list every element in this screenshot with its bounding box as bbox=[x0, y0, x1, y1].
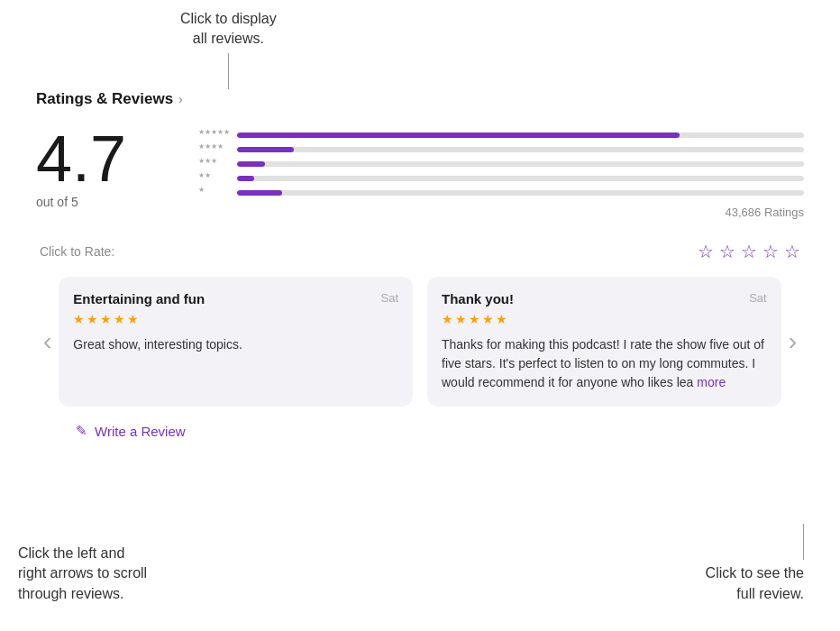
section-header: Ratings & Reviews › bbox=[36, 90, 804, 108]
star-bars-section: ★★★★★ ★★★★ ★★★ ★★ ★ bbox=[198, 126, 804, 219]
bar-row-1 bbox=[237, 187, 804, 198]
callout-bottom-right-line1: Click to see the bbox=[706, 565, 804, 581]
rate-row: Click to Rate: ☆ ☆ ☆ ☆ ☆ bbox=[36, 241, 804, 262]
review-card-1: Thank you! Sat ★ ★ ★ ★ ★ Thanks for maki… bbox=[427, 277, 781, 407]
review-card-0: Entertaining and fun Sat ★ ★ ★ ★ ★ Great… bbox=[59, 277, 413, 407]
rate-star-5[interactable]: ☆ bbox=[784, 241, 800, 262]
review-stars-1: ★ ★ ★ ★ ★ bbox=[442, 312, 767, 326]
rate-stars[interactable]: ☆ ☆ ☆ ☆ ☆ bbox=[698, 241, 800, 262]
star-labels: ★★★★★ ★★★★ ★★★ ★★ ★ bbox=[198, 126, 230, 195]
review-star-1-5: ★ bbox=[496, 312, 507, 326]
scroll-right-button[interactable]: › bbox=[781, 329, 804, 354]
review-body-0: Great show, interesting topics. bbox=[73, 335, 398, 354]
tooltip-top-line1: Click to display bbox=[180, 11, 277, 26]
callout-bottom-right-line2: full review. bbox=[736, 586, 804, 601]
review-header-1: Thank you! Sat bbox=[442, 291, 767, 306]
review-star-1-4: ★ bbox=[482, 312, 494, 326]
rate-star-2[interactable]: ☆ bbox=[719, 241, 735, 262]
review-star-0-4: ★ bbox=[114, 312, 125, 326]
star-label-2: ★★ bbox=[198, 169, 230, 180]
bar-row-4 bbox=[237, 144, 804, 155]
rate-star-3[interactable]: ☆ bbox=[741, 241, 757, 262]
bar-row-3 bbox=[237, 159, 804, 169]
section-title: Ratings & Reviews bbox=[36, 90, 173, 108]
rating-area: 4.7 out of 5 ★★★★★ ★★★★ ★★★ ★★ ★ bbox=[36, 126, 804, 219]
callout-bottom-left-line3: through reviews. bbox=[18, 586, 123, 601]
scroll-left-button[interactable]: ‹ bbox=[36, 329, 59, 354]
star-label-4: ★★★★ bbox=[198, 141, 230, 151]
ratings-count: 43,686 Ratings bbox=[237, 206, 804, 219]
bars-container bbox=[237, 130, 804, 198]
review-star-0-2: ★ bbox=[87, 312, 98, 326]
review-header-0: Entertaining and fun Sat bbox=[73, 291, 398, 306]
review-date-1: Sat bbox=[749, 291, 767, 305]
star-label-1: ★ bbox=[198, 184, 230, 195]
bar-row-2 bbox=[237, 173, 804, 184]
bar-row-5 bbox=[237, 130, 804, 141]
review-title-1: Thank you! bbox=[442, 291, 514, 306]
rate-label: Click to Rate: bbox=[40, 244, 114, 259]
review-more-button[interactable]: more bbox=[697, 375, 726, 389]
total-ratings-label: 43,686 Ratings bbox=[726, 206, 804, 219]
review-star-0-1: ★ bbox=[73, 312, 85, 326]
write-review-icon: ✎ bbox=[76, 423, 87, 439]
star-label-5: ★★★★★ bbox=[198, 126, 230, 137]
tooltip-top-line-decoration bbox=[228, 53, 229, 89]
tooltip-top-line2: all reviews. bbox=[193, 31, 264, 46]
write-review-link[interactable]: Write a Review bbox=[95, 424, 186, 439]
callout-right-line-decoration bbox=[803, 524, 804, 560]
review-star-0-3: ★ bbox=[100, 312, 112, 326]
rate-star-1[interactable]: ☆ bbox=[698, 241, 714, 262]
star-label-3: ★★★ bbox=[198, 155, 230, 166]
callout-bottom-left: Click the left and right arrows to scrol… bbox=[18, 544, 147, 604]
review-star-1-1: ★ bbox=[442, 312, 453, 326]
review-title-0: Entertaining and fun bbox=[73, 291, 205, 306]
rate-star-4[interactable]: ☆ bbox=[762, 241, 779, 262]
reviews-section: ‹ Entertaining and fun Sat ★ ★ ★ ★ ★ Gre… bbox=[36, 277, 804, 407]
callout-bottom-left-line2: right arrows to scroll bbox=[18, 565, 147, 581]
big-rating: 4.7 out of 5 bbox=[36, 126, 180, 209]
callout-bottom-left-line1: Click the left and bbox=[18, 545, 124, 561]
reviews-grid: Entertaining and fun Sat ★ ★ ★ ★ ★ Great… bbox=[59, 277, 781, 407]
review-body-1: Thanks for making this podcast! I rate t… bbox=[442, 335, 767, 392]
section-chevron[interactable]: › bbox=[178, 92, 183, 106]
review-stars-0: ★ ★ ★ ★ ★ bbox=[73, 312, 398, 326]
review-star-1-2: ★ bbox=[455, 312, 467, 326]
callout-bottom-right: Click to see the full review. bbox=[706, 524, 804, 604]
review-star-0-5: ★ bbox=[127, 312, 139, 326]
tooltip-top-annotation: Click to display all reviews. bbox=[180, 9, 277, 89]
big-rating-number: 4.7 bbox=[36, 126, 126, 191]
review-star-1-3: ★ bbox=[469, 312, 480, 326]
review-date-0: Sat bbox=[380, 291, 398, 305]
write-review-row: ✎ Write a Review bbox=[36, 423, 804, 439]
out-of-label: out of 5 bbox=[36, 195, 78, 209]
